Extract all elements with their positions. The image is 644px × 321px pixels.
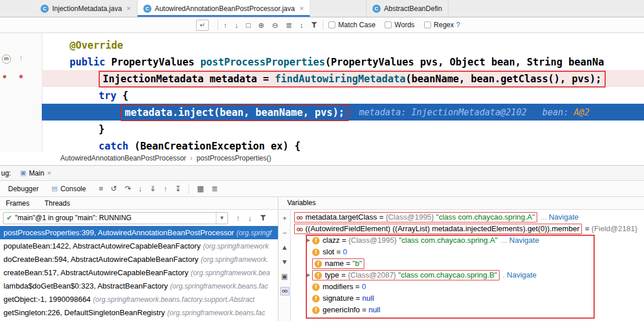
mute-breakpoint-icon[interactable]: ● <box>2 72 7 81</box>
frame-up-icon[interactable]: ↑ <box>236 214 240 222</box>
filter-search-lines-icon[interactable]: ≣ <box>286 21 292 30</box>
text-token: try <box>99 90 122 101</box>
text-token: = <box>360 304 368 316</box>
toolbar-separator <box>218 20 218 30</box>
tab-close-icon[interactable]: × <box>126 4 131 13</box>
help-link[interactable]: ? <box>456 21 460 29</box>
field-icon: f <box>312 237 320 245</box>
code-line[interactable]: metadata.inject(bean, beanName, pvs);met… <box>42 104 644 121</box>
method-marker-icon[interactable]: m <box>2 54 11 64</box>
variable-row[interactable]: fslot = 0 <box>291 246 644 258</box>
find-next-icon[interactable]: ↓ <box>235 21 239 30</box>
remove-watch-icon[interactable]: − <box>280 229 290 238</box>
editor-tab-active[interactable]: CAutowiredAnnotationBeanPostProcessor.ja… <box>138 0 310 17</box>
layout-grid-icon[interactable]: ▦ <box>197 184 204 193</box>
run-to-cursor-icon[interactable]: ↧ <box>175 184 181 193</box>
field-icon: f <box>312 307 320 314</box>
frames-filter-icon[interactable] <box>260 214 266 222</box>
text-token: genericInfo <box>323 304 360 316</box>
select-all-occurrences-icon[interactable]: □ <box>246 21 251 30</box>
frame-location: lambda$doGetBean$0:323, AbstractBeanFact… <box>3 282 168 290</box>
frame-package: (org.springframework.beans.fac <box>170 282 268 290</box>
filter-funnel-icon[interactable] <box>311 21 317 30</box>
debug-content: Frames Threads ✔ "main"@1 in group "main… <box>0 197 644 321</box>
text-token: name <box>325 258 344 269</box>
variable-row[interactable]: fname = "b" <box>291 258 644 269</box>
editor-tab[interactable]: CAbstractBeanDefin <box>366 0 448 17</box>
step-out-icon[interactable]: ↑ <box>164 184 168 193</box>
navigate-link[interactable]: Navigate <box>509 235 539 246</box>
variable-row[interactable]: ▶ftype = {Class@2087} "class com.chaycao… <box>291 269 644 281</box>
variable-row[interactable]: ▶fclazz = {Class@1995} "class com.chayca… <box>291 235 644 246</box>
navigate-link[interactable]: Navigate <box>507 269 537 281</box>
add-occurrence-icon[interactable]: ⊕ <box>258 21 265 30</box>
duplicate-watch-icon[interactable]: ▣ <box>280 272 290 281</box>
breadcrumb-item[interactable]: postProcessProperties() <box>197 154 272 162</box>
text-token: "class com.chaycao.spring.A" <box>399 235 497 246</box>
find-prev-icon[interactable]: ↑ <box>223 21 227 30</box>
debugger-inline-hint: metadata: InjectionMetadata@2102 bean: A… <box>359 107 589 118</box>
stack-frame-row[interactable]: postProcessProperties:399, AutowiredAnno… <box>0 226 278 239</box>
code-line[interactable]: InjectionMetadata metadata = findAutowir… <box>42 70 644 87</box>
code-line[interactable]: @Override <box>42 37 644 53</box>
tab-threads[interactable]: Threads <box>45 199 70 207</box>
newline-button[interactable]: ↵ <box>196 20 209 31</box>
variable-row[interactable]: fsignature = null <box>291 293 644 304</box>
checkbox-match-case[interactable]: Match Case <box>328 21 375 29</box>
frame-package: (org.springf <box>236 229 272 237</box>
force-step-into-icon[interactable]: ⇓ <box>150 184 156 193</box>
layout-rows-icon[interactable]: ≣ <box>212 184 218 193</box>
tree-expand-icon[interactable]: ▶ <box>305 235 312 246</box>
checkbox-regex[interactable]: Regex <box>424 21 454 29</box>
move-watch-down-icon[interactable]: ▼ <box>280 258 290 267</box>
tab-frames[interactable]: Frames <box>6 199 30 207</box>
navigate-link[interactable]: Navigate <box>549 211 578 223</box>
tab-close-icon[interactable]: × <box>299 4 304 13</box>
settings-menu-icon[interactable]: ≡ <box>99 184 103 193</box>
variable-row[interactable]: oometadata.targetClass = {Class@1995} "c… <box>291 211 644 223</box>
override-marker-icon[interactable]: ↑ <box>19 53 23 62</box>
class-icon: C <box>41 5 49 13</box>
frame-package: (org.springframework. <box>201 256 269 264</box>
step-over-icon[interactable]: ↷ <box>125 184 131 193</box>
variable-row[interactable]: oo((AutowiredFieldElement) ((ArrayList) … <box>291 223 644 235</box>
add-watch-icon[interactable]: + <box>280 214 290 223</box>
tab-main[interactable]: ▣ Main × <box>20 169 52 177</box>
rerun-icon[interactable]: ↺ <box>111 184 117 193</box>
checkbox-words[interactable]: Words <box>385 21 414 29</box>
editor-tab[interactable]: CInjectionMetadata.java× <box>35 0 138 17</box>
code-line[interactable]: try { <box>42 87 644 104</box>
stack-frame-row[interactable]: doCreateBean:594, AbstractAutowireCapabl… <box>0 253 278 266</box>
code-text: try { <box>99 87 128 104</box>
remove-occurrence-icon[interactable]: ⊖ <box>272 21 278 30</box>
move-watch-up-icon[interactable]: ▲ <box>280 243 290 252</box>
thread-selector[interactable]: ✔ "main"@1 in group "main": RUNNING ▼ <box>3 212 228 224</box>
breadcrumb-item[interactable]: AutowiredAnnotationBeanPostProcessor <box>60 154 186 162</box>
search-input[interactable] <box>5 19 196 31</box>
code-line[interactable]: public PropertyValues postProcessPropert… <box>42 53 644 70</box>
stack-frame-row[interactable]: lambda$doGetBean$0:323, AbstractBeanFact… <box>0 279 278 293</box>
stack-frame-row[interactable]: getObject:-1, 1990098664(org.springframe… <box>0 293 278 306</box>
text-token: ... <box>499 235 509 246</box>
view-tab-debugger[interactable]: Debugger <box>8 185 39 193</box>
close-icon[interactable]: × <box>47 169 52 177</box>
text-token: clazz <box>323 235 340 246</box>
variable-row[interactable]: fmodifiers = 0 <box>291 281 644 293</box>
variable-row[interactable]: fgenericInfo = null <box>291 304 644 316</box>
stack-frame-row[interactable]: populateBean:1422, AbstractAutowireCapab… <box>0 239 278 253</box>
stack-frame-row[interactable]: getSingleton:226, DefaultSingletonBeanRe… <box>0 306 278 319</box>
sort-icon[interactable]: ↕ <box>300 21 304 30</box>
code-line[interactable]: catch (BeanCreationException ex) { <box>42 137 644 152</box>
step-into-icon[interactable]: ↓ <box>139 184 143 193</box>
show-watches-icon[interactable]: oo <box>280 287 290 296</box>
breakpoint-icon[interactable]: ● <box>19 71 23 81</box>
stack-frame-row[interactable]: createBean:517, AbstractAutowireCapableB… <box>0 266 278 279</box>
view-tab-console[interactable]: ▤Console <box>52 185 86 193</box>
code-text: catch (BeanCreationException ex) { <box>99 138 301 152</box>
text-token: = <box>340 235 349 246</box>
text-token: type <box>325 269 339 281</box>
code-line[interactable]: } <box>42 121 644 137</box>
frame-down-icon[interactable]: ↓ <box>248 214 252 222</box>
tree-expand-icon[interactable]: ▶ <box>305 269 312 281</box>
text-token: = <box>344 258 353 269</box>
